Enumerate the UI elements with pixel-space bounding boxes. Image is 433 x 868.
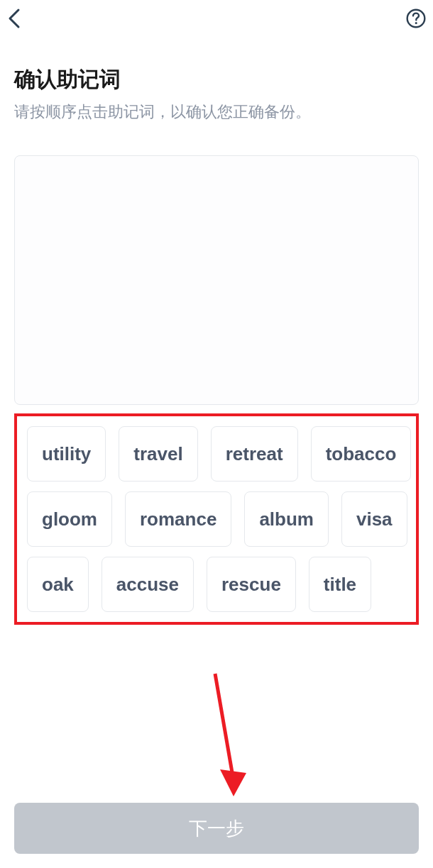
word-chip-album[interactable]: album	[244, 491, 329, 547]
page-subtitle: 请按顺序点击助记词，以确认您正确备份。	[14, 101, 419, 123]
svg-line-2	[215, 674, 233, 777]
page-title: 确认助记词	[14, 65, 419, 94]
word-chip-title[interactable]: title	[309, 557, 371, 612]
word-chip-oak[interactable]: oak	[27, 557, 89, 612]
next-button[interactable]: 下一步	[14, 803, 419, 854]
word-chip-travel[interactable]: travel	[119, 426, 197, 482]
word-bank-highlight: utility travel retreat tobacco gloom rom…	[14, 413, 419, 625]
svg-marker-3	[220, 769, 246, 796]
arrow-annotation-icon	[209, 670, 252, 801]
chevron-left-icon	[7, 8, 23, 29]
question-circle-icon	[406, 9, 426, 28]
back-button[interactable]	[3, 6, 27, 30]
word-chip-gloom[interactable]: gloom	[27, 491, 112, 547]
word-chip-romance[interactable]: romance	[125, 491, 231, 547]
word-chip-rescue[interactable]: rescue	[207, 557, 296, 612]
word-chip-tobacco[interactable]: tobacco	[311, 426, 412, 482]
word-chip-visa[interactable]: visa	[341, 491, 407, 547]
help-button[interactable]	[405, 7, 427, 30]
selected-words-area[interactable]	[14, 155, 419, 405]
word-chip-utility[interactable]: utility	[27, 426, 106, 482]
word-chip-accuse[interactable]: accuse	[102, 557, 194, 612]
word-chip-retreat[interactable]: retreat	[211, 426, 298, 482]
next-button-label: 下一步	[189, 816, 244, 841]
svg-point-1	[415, 22, 417, 24]
